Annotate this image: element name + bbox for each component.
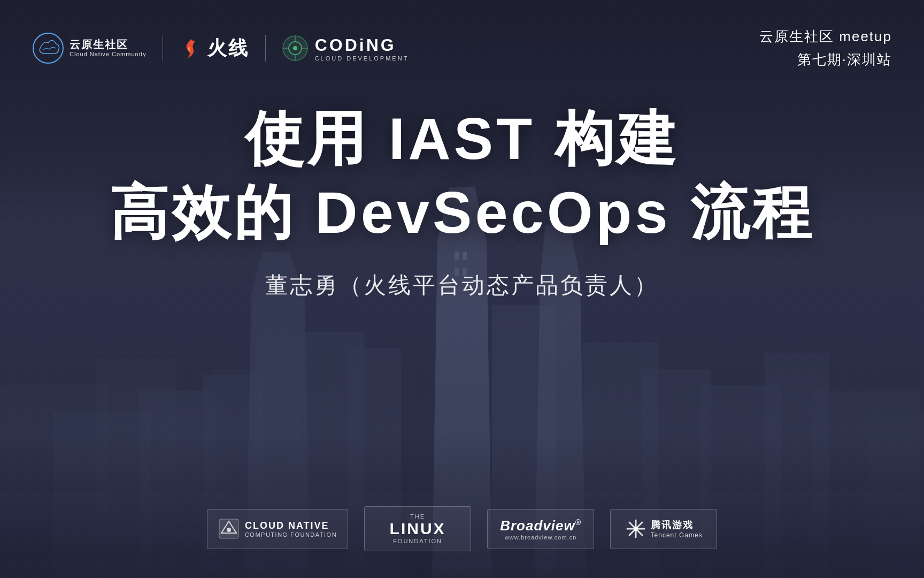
tencent-sponsor: 腾讯游戏 Tencent Games <box>610 509 717 549</box>
cnc-icon <box>32 32 64 64</box>
linux-main-text: LINUX <box>390 520 446 538</box>
linux-top-text: THE <box>410 513 425 520</box>
broadview-sponsor: Broadview® www.broadview.com.cn <box>487 509 594 549</box>
main-title-area: 使用 IAST 构建 高效的 DevSecOps 流程 董志勇（火线平台动态产品… <box>0 102 924 300</box>
coding-text-block: CODiNG CLOUD DEVELOPMENT <box>315 35 409 62</box>
logo-divider-2 <box>265 35 266 62</box>
broadview-text: Broadview <box>500 518 575 534</box>
logo-divider-1 <box>163 35 163 62</box>
logos-left: 云原生社区 Cloud Native Community 火线 <box>32 32 409 64</box>
cncf-text-block: CLOUD NATIVE COMPUTING FOUNDATION <box>245 520 337 538</box>
main-title: 使用 IAST 构建 高效的 DevSecOps 流程 <box>0 102 924 249</box>
broadview-name: Broadview® <box>500 518 581 534</box>
broadview-reg: ® <box>575 518 581 527</box>
slide: 云原生社区 Cloud Native Community 火线 <box>0 0 924 578</box>
linux-sponsor: THE LINUX FOUNDATION <box>364 506 471 551</box>
cncf-icon <box>218 518 240 539</box>
tencent-icon <box>625 518 646 539</box>
title-line2: 高效的 DevSecOps 流程 <box>0 176 924 249</box>
tencent-logo: 腾讯游戏 Tencent Games <box>625 518 703 539</box>
cncf-top-text: CLOUD NATIVE <box>245 520 337 531</box>
cnc-cn-name: 云原生社区 <box>70 38 147 51</box>
broadview-url: www.broadview.com.cn <box>505 534 576 541</box>
svg-point-29 <box>293 46 297 50</box>
tencent-cn-name: 腾讯游戏 <box>651 519 703 531</box>
coding-icon <box>282 35 309 62</box>
cncf-sponsor: CLOUD NATIVE COMPUTING FOUNDATION <box>207 509 348 549</box>
broadview-logo: Broadview® www.broadview.com.cn <box>500 518 581 541</box>
tencent-en-name: Tencent Games <box>651 531 703 539</box>
coding-sub-text: CLOUD DEVELOPMENT <box>315 55 409 62</box>
coding-main-text: CODiNG <box>315 35 409 55</box>
top-bar: 云原生社区 Cloud Native Community 火线 <box>0 0 924 96</box>
cncf-bottom-text: COMPUTING FOUNDATION <box>245 531 337 538</box>
cncf-logo: CLOUD NATIVE COMPUTING FOUNDATION <box>218 518 337 539</box>
svg-point-32 <box>227 528 231 532</box>
title-line1: 使用 IAST 构建 <box>0 102 924 176</box>
huoxian-logo: 火线 <box>179 35 249 62</box>
cnc-text-block: 云原生社区 Cloud Native Community <box>70 38 147 58</box>
event-line2: 第七期·深圳站 <box>759 50 892 69</box>
author-subtitle: 董志勇（火线平台动态产品负责人） <box>0 270 924 300</box>
huoxian-icon <box>179 36 203 60</box>
bottom-sponsors: CLOUD NATIVE COMPUTING FOUNDATION THE LI… <box>0 496 924 562</box>
linux-logo: THE LINUX FOUNDATION <box>390 513 446 544</box>
event-info: 云原生社区 meetup 第七期·深圳站 <box>759 27 892 69</box>
cloud-native-community-logo: 云原生社区 Cloud Native Community <box>32 32 147 64</box>
svg-point-37 <box>634 527 638 531</box>
tencent-text-block: 腾讯游戏 Tencent Games <box>651 519 703 539</box>
huoxian-name: 火线 <box>207 35 249 62</box>
slide-content: 云原生社区 Cloud Native Community 火线 <box>0 0 924 578</box>
linux-bottom-text: FOUNDATION <box>393 538 442 544</box>
coding-logo: CODiNG CLOUD DEVELOPMENT <box>282 35 409 62</box>
cnc-en-name: Cloud Native Community <box>70 51 147 58</box>
event-line1: 云原生社区 meetup <box>759 27 892 46</box>
